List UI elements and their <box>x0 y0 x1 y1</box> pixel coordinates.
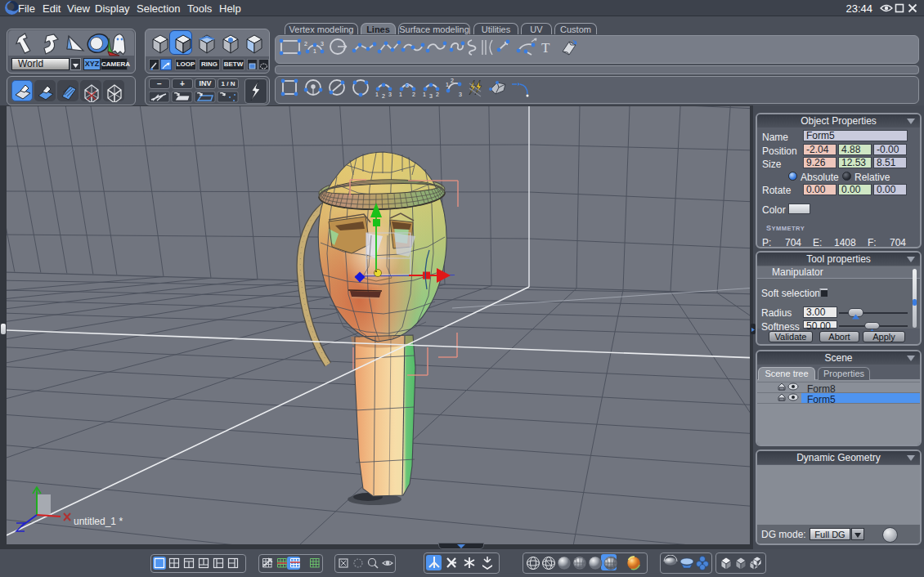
svg-text:1: 1 <box>423 92 426 97</box>
svg-text:3: 3 <box>429 93 433 99</box>
svg-text:2: 2 <box>304 41 307 47</box>
svg-text:1: 1 <box>446 82 449 87</box>
svg-text:T: T <box>541 40 550 56</box>
svg-text:1: 1 <box>313 48 316 54</box>
svg-text:1: 1 <box>399 92 402 97</box>
svg-text:3: 3 <box>388 92 392 97</box>
svg-text:2: 2 <box>436 92 439 97</box>
svg-text:2: 2 <box>382 93 385 99</box>
svg-text:2: 2 <box>412 92 415 97</box>
svg-text:1: 1 <box>375 92 379 97</box>
svg-text:3: 3 <box>406 83 409 88</box>
svg-text:untitled_1 *: untitled_1 * <box>74 516 123 527</box>
svg-text:3: 3 <box>459 92 462 97</box>
svg-text:2: 2 <box>451 78 454 83</box>
svg-text:3: 3 <box>321 41 324 47</box>
